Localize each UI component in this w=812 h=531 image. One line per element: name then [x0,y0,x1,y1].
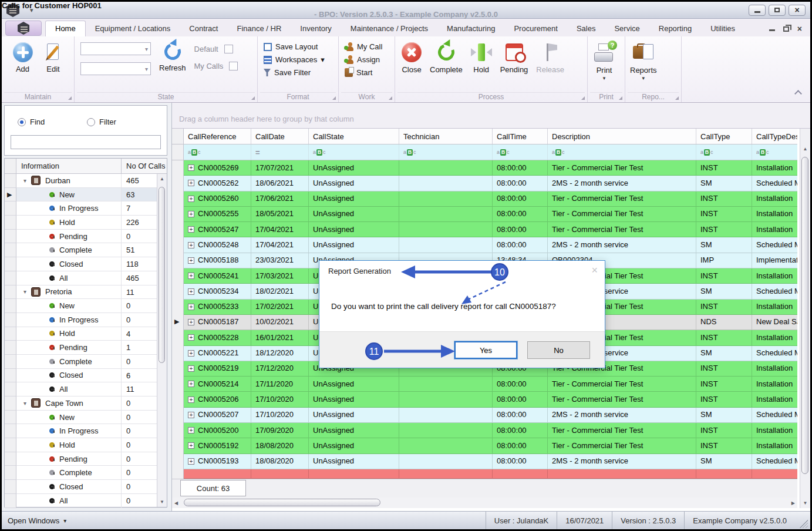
tree-item-durban-pending[interactable]: Pending0 [5,230,167,244]
collapse-arrow-icon[interactable]: ▾ [23,288,26,295]
filter-cell-calltime[interactable]: aBc [493,144,548,160]
my-calls-checkbox[interactable]: My Calls [194,62,238,70]
expand-row-icon[interactable]: + [188,211,194,217]
refresh-button[interactable]: Refresh [159,42,186,72]
tree-item-durban-hold[interactable]: Hold226 [5,216,167,230]
column-header-calldate[interactable]: CallDate [251,129,309,144]
group-expand-icon[interactable] [581,96,585,100]
tree-item-cape-town-pending[interactable]: Pending0 [5,452,167,466]
tree-item-durban-closed[interactable]: Closed118 [5,257,167,271]
expand-row-icon[interactable]: + [188,350,194,357]
application-menu-button[interactable] [5,21,42,36]
default-checkbox[interactable]: Default [194,45,238,53]
grid-row-cn0005262[interactable]: +CN000526218/06/2021UnAssigned08:00:002M… [172,176,797,191]
no-button[interactable]: No [527,341,590,359]
tree-item-pretoria-new[interactable]: New0 [5,299,167,313]
state-dropdown-1[interactable]: ▾ [80,42,151,55]
filter-cell-callstate[interactable]: aBc [309,144,399,160]
tab-equipment-locations[interactable]: Equipment / Locations [86,21,180,36]
group-expand-icon[interactable] [389,96,392,100]
expand-row-icon[interactable]: + [188,273,194,279]
minimize-button[interactable] [749,5,766,16]
expand-row-icon[interactable]: + [188,180,194,186]
expand-row-icon[interactable]: + [188,396,194,403]
ribbon-restore-icon[interactable] [783,26,789,32]
tab-inventory[interactable]: Inventory [291,21,341,36]
tree-item-durban-new[interactable]: ▶New63 [5,188,167,202]
my-call-button[interactable]: My Call [345,42,395,51]
tree-item-cape-town-in-progress[interactable]: In Progress0 [5,424,167,438]
grid-row-cn0005269[interactable]: +CN000526917/07/2021UnAssigned08:00:00Ti… [172,160,797,176]
open-windows-button[interactable]: Open Windows▾ [8,516,66,525]
tree-item-cape-town-new[interactable]: New0 [5,411,167,425]
tree-column-information[interactable]: Information [16,162,121,170]
find-radio[interactable]: Find [18,117,45,126]
group-expand-icon[interactable] [675,96,679,100]
tree-item-pretoria-closed[interactable]: Closed6 [5,369,167,383]
tree-item-pretoria-hold[interactable]: Hold4 [5,327,167,341]
tab-finance-hr[interactable]: Finance / HR [227,21,291,36]
group-expand-icon[interactable] [251,96,255,100]
column-header-calltype[interactable]: CallType [696,129,752,144]
grid-row-cn0005192[interactable]: +CN000519218/08/2020UnAssigned08:00:00Ti… [172,438,797,453]
tree-item-durban-all[interactable]: All465 [5,271,167,285]
tree-item-pretoria-pending[interactable]: Pending1 [5,341,167,355]
grid-row-cn0005248[interactable]: +CN000524817/04/2021UnAssigned08:00:002M… [172,237,797,253]
grid-row-cn0005193[interactable]: +CN000519318/08/2020UnAssigned08:00:002M… [172,454,797,469]
tree-column-no-of-calls[interactable]: No Of Calls [121,159,167,173]
ribbon-minimize-icon[interactable] [769,29,775,31]
workspaces-button[interactable]: Workspaces▾ [264,55,338,64]
tab-service[interactable]: Service [605,21,649,36]
column-header-callreference[interactable]: CallReference [184,129,251,144]
sidebar-scrollbar-thumb[interactable] [159,187,165,363]
print-button[interactable]: ? Print ▾ [588,40,621,82]
expand-row-icon[interactable]: + [188,319,194,325]
complete-button[interactable]: Complete [426,41,467,75]
state-dropdown-2[interactable]: ▾ [80,62,151,75]
grid-row-cn0005255[interactable]: +CN000525518/05/2021UnAssigned08:00:00Ti… [172,207,797,222]
expand-row-icon[interactable]: + [188,242,194,248]
scroll-right-icon[interactable]: ▶ [791,500,795,506]
resize-grip[interactable] [798,519,808,528]
scroll-down-icon[interactable]: ▼ [800,500,810,506]
column-header-callstate[interactable]: CallState [309,129,399,144]
grid-scrollbar-thumb[interactable] [801,157,808,474]
horizontal-scrollbar[interactable]: ◀ ▶ [172,498,797,508]
pending-button[interactable]: Pending [496,41,533,75]
filter-cell-callreference[interactable]: aBc [184,144,251,160]
tree-item-cape-town-complete[interactable]: Complete0 [5,466,167,480]
column-header-technician[interactable]: Technician [399,129,493,144]
assign-button[interactable]: Assign [345,55,395,64]
filter-radio[interactable]: Filter [87,117,116,126]
expand-row-icon[interactable]: + [188,442,194,449]
expand-row-icon[interactable]: + [188,427,194,433]
expand-row-icon[interactable]: + [188,304,194,310]
group-by-bar[interactable]: Drag a column header here to group by th… [172,103,810,129]
column-header-calltypedesc[interactable]: CallTypeDesc [752,129,797,144]
yes-button[interactable]: Yes [454,341,517,359]
tree-item-cape-town-hold[interactable]: Hold0 [5,438,167,452]
tree-item-durban-complete[interactable]: Complete51 [5,243,167,257]
tab-sales[interactable]: Sales [567,21,605,36]
expand-row-icon[interactable]: + [188,288,194,295]
tab-maintenance-projects[interactable]: Maintenance / Projects [341,21,437,36]
expand-row-icon[interactable]: + [188,226,194,233]
filter-cell-calltype[interactable]: aBc [696,144,752,160]
sidebar-scrollbar[interactable]: ▲ ▼ [157,174,167,507]
column-header-description[interactable]: Description [548,129,696,144]
save-filter-button[interactable]: Save Filter [264,68,338,77]
tree-item-durban-in-progress[interactable]: In Progress7 [5,201,167,216]
group-expand-icon[interactable] [332,96,336,100]
scroll-down-icon[interactable]: ▼ [157,499,167,505]
horizontal-scrollbar-thumb[interactable] [184,499,380,506]
tab-utilities[interactable]: Utilities [701,21,744,36]
tree-group-pretoria[interactable]: ▾Pretoria11 [5,285,167,300]
grid-row-cn0005207[interactable]: +CN000520717/10/2020UnAssigned08:00:002M… [172,408,797,423]
expand-row-icon[interactable]: + [188,257,194,264]
scroll-left-icon[interactable]: ◀ [174,500,178,506]
tab-procurement[interactable]: Procurement [504,21,567,36]
tree-item-pretoria-all[interactable]: All11 [5,382,167,396]
filter-cell-technician[interactable]: aBc [399,144,493,160]
grid-row-cn0005200[interactable]: +CN000520017/09/2020UnAssigned08:00:00Ti… [172,423,797,438]
tree-group-cape-town[interactable]: ▾Cape Town0 [5,396,167,411]
